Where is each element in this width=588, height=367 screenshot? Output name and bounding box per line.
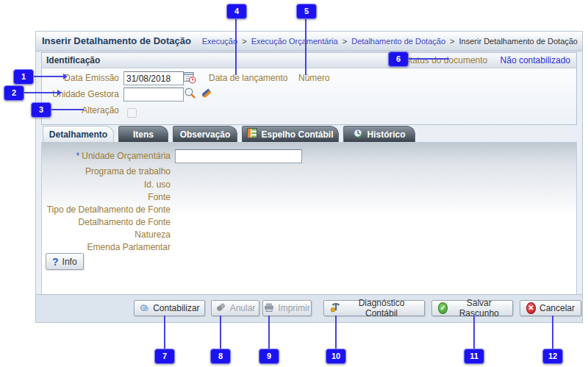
search-icon[interactable]: [184, 87, 196, 102]
eraser-gray-icon: [215, 302, 226, 315]
callout-line-7: [164, 316, 165, 349]
identification-header: Identificação Status do documento Não co…: [42, 53, 576, 68]
button-label: Diagnóstico Contábil: [345, 298, 418, 318]
app-window: Inserir Detalhamento de Dotação Execução…: [35, 31, 583, 323]
programa-trabalho-label: Programa de trabalho: [42, 166, 171, 177]
callout-badge-1: 1: [13, 69, 34, 85]
breadcrumb-link-execucao-orcamentaria[interactable]: Execução Orçamentária: [251, 37, 338, 46]
tab-label: Itens: [133, 129, 154, 140]
check-icon: ✓: [438, 302, 448, 314]
tab-espelho-contabil[interactable]: Espelho Contábil: [242, 126, 339, 142]
tab-itens[interactable]: Itens: [118, 126, 168, 142]
history-icon: [353, 128, 363, 140]
alteracao-label: Alteração: [42, 105, 119, 115]
imprimir-button: Imprimir: [262, 300, 312, 316]
tab-label: Espelho Contábil: [261, 129, 333, 140]
callout-line-4: [235, 18, 237, 75]
detalhamento-panel: *Unidade Orçamentária Programa de trabal…: [41, 142, 577, 296]
callout-arrow-2: [57, 90, 62, 96]
button-label: Contabilizar: [153, 303, 199, 313]
callout-badge-2: 2: [4, 85, 24, 101]
callout-line-2: [23, 92, 58, 93]
breadcrumb-current: Inserir Detalhamento de Dotação: [459, 37, 578, 46]
callout-line-3: [50, 109, 84, 110]
callout-line-6: [407, 58, 449, 60]
callout-line-10: [335, 316, 337, 349]
action-bar: ⚙⚙ Contabilizar Anular: [36, 294, 582, 322]
question-icon: ?: [52, 257, 59, 267]
callout-badge-8: 8: [210, 349, 231, 364]
identification-panel: Identificação Status do documento Não co…: [41, 52, 577, 125]
status-value: Não contabilizado: [501, 55, 570, 65]
info-button[interactable]: ? Info: [46, 253, 84, 270]
tab-observacao[interactable]: Observação: [173, 126, 237, 142]
data-emissao-label: Data Emissão: [42, 73, 119, 83]
cancelar-button[interactable]: ✕ Cancelar: [520, 300, 581, 316]
emenda-parlamentar-label: Emenda Parlamentar: [42, 242, 171, 252]
tab-label: Histórico: [367, 129, 405, 140]
tipo-detalhamento-fonte-label: Tipo de Detalhamento de Fonte: [42, 204, 171, 215]
table-icon: [247, 128, 257, 140]
callout-badge-4: 4: [226, 4, 247, 19]
unidade-gestora-input[interactable]: [123, 88, 184, 101]
tab-label: Observação: [180, 129, 231, 140]
breadcrumb-separator: >: [343, 37, 347, 46]
unidade-gestora-label: Unidade Gestora: [42, 89, 119, 99]
tab-label: Detalhamento: [49, 129, 107, 140]
button-label: Imprimir: [278, 303, 309, 313]
button-label: Anular: [230, 303, 256, 313]
id-uso-label: Id. uso: [42, 179, 171, 190]
callout-line-9: [268, 316, 270, 349]
data-lancamento-label: Data de lançamento: [209, 73, 287, 83]
callout-badge-5: 5: [296, 4, 317, 19]
printer-icon: [264, 302, 274, 315]
fonte-label: Fonte: [42, 192, 171, 202]
document-status: Status do documento Não contabilizado: [404, 55, 570, 65]
breadcrumb-link-execucao[interactable]: Execução: [202, 37, 237, 46]
diagnostic-icon: [330, 302, 341, 315]
tab-strip: Detalhamento Itens Observação Espelho Co…: [43, 126, 415, 142]
callout-badge-9: 9: [259, 349, 279, 364]
tab-detalhamento[interactable]: Detalhamento: [43, 126, 114, 142]
tab-historico[interactable]: Histórico: [343, 126, 415, 142]
salvar-rascunho-button[interactable]: ✓ Salvar Rascunho: [431, 300, 513, 316]
calendar-icon[interactable]: [183, 71, 196, 87]
contabilizar-button[interactable]: ⚙⚙ Contabilizar: [134, 300, 205, 316]
anular-button: Anular: [211, 300, 259, 316]
info-button-label: Info: [62, 257, 77, 267]
diagnostico-contabil-button[interactable]: Diagnóstico Contábil: [323, 300, 425, 316]
callout-line-5: [305, 18, 306, 75]
data-emissao-input[interactable]: [123, 71, 184, 85]
breadcrumb-separator: >: [242, 37, 246, 46]
cancel-icon: ✕: [526, 302, 536, 314]
status-label: Status do documento: [404, 55, 487, 65]
callout-arrow-1: [63, 74, 68, 79]
callout-badge-11: 11: [464, 349, 484, 364]
detalhamento-fonte-label: Detalhamento de Fonte: [42, 217, 171, 227]
callout-badge-10: 10: [326, 349, 346, 364]
title-bar: Inserir Detalhamento de Dotação Execução…: [36, 32, 582, 51]
callout-badge-3: 3: [31, 102, 51, 118]
callout-line-12: [552, 316, 553, 349]
button-label: Salvar Rascunho: [451, 298, 506, 318]
numero-label: Número: [298, 73, 330, 83]
breadcrumb-separator: >: [450, 37, 454, 46]
unidade-orcamentaria-label: *Unidade Orçamentária: [42, 151, 171, 161]
required-marker: *: [76, 151, 80, 161]
natureza-label: Natureza: [42, 229, 171, 240]
alteracao-checkbox: [127, 108, 137, 118]
callout-line-11: [473, 316, 475, 349]
gears-icon: ⚙⚙: [139, 303, 149, 313]
breadcrumb: Execução > Execução Orçamentária > Detal…: [202, 37, 578, 46]
page-title: Inserir Detalhamento de Dotação: [42, 35, 191, 46]
unidade-orcamentaria-input[interactable]: [175, 149, 302, 163]
button-label: Cancelar: [539, 303, 575, 313]
callout-line-8: [220, 316, 221, 349]
eraser-icon[interactable]: [201, 88, 212, 102]
callout-line-1: [32, 76, 64, 77]
breadcrumb-link-detalhamento-dotacao[interactable]: Detalhamento de Dotação: [351, 37, 445, 46]
identification-title: Identificação: [46, 55, 100, 65]
callout-badge-6: 6: [388, 51, 409, 67]
callout-badge-12: 12: [542, 349, 563, 364]
callout-badge-7: 7: [154, 349, 175, 364]
